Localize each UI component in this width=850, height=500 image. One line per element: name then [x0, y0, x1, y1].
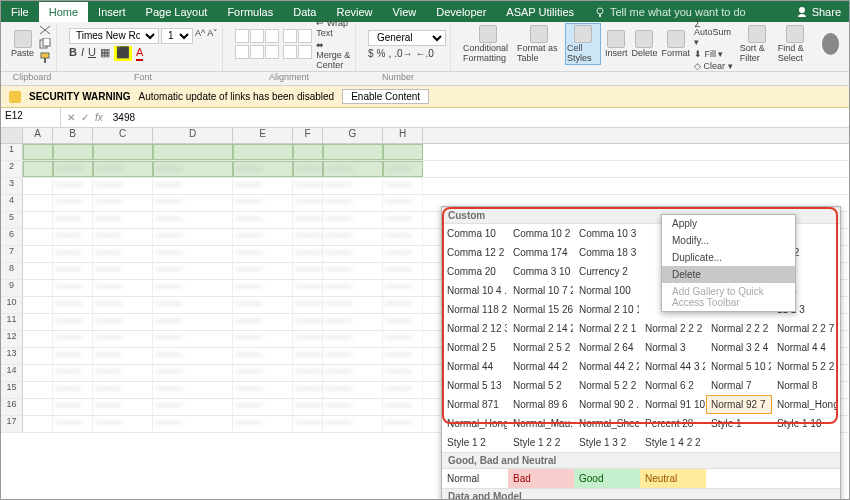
- style-item[interactable]: Normal 89 6: [508, 395, 574, 414]
- cell[interactable]: ———: [53, 263, 93, 279]
- cell[interactable]: ———: [53, 382, 93, 398]
- cell[interactable]: ———: [153, 399, 233, 415]
- select-all-triangle[interactable]: [1, 128, 23, 143]
- find-select-button[interactable]: Find & Select: [778, 25, 812, 64]
- autosum-button[interactable]: ∑ AutoSum ▾: [694, 17, 736, 47]
- cell[interactable]: [23, 229, 53, 245]
- cell[interactable]: [153, 144, 233, 160]
- format-painter-icon[interactable]: [38, 52, 52, 64]
- cell[interactable]: ———: [293, 314, 323, 330]
- col-header[interactable]: A: [23, 128, 53, 143]
- cell[interactable]: ———: [233, 297, 293, 313]
- style-item[interactable]: Normal 15 26 6: [508, 300, 574, 319]
- cell[interactable]: ———: [53, 229, 93, 245]
- row-header[interactable]: 4: [1, 195, 23, 211]
- cell[interactable]: ———: [383, 212, 423, 228]
- cell[interactable]: ———: [153, 229, 233, 245]
- currency-button[interactable]: $: [368, 48, 374, 59]
- sort-filter-button[interactable]: Sort & Filter: [740, 25, 774, 64]
- cell[interactable]: ———: [323, 280, 383, 296]
- cell[interactable]: ———: [153, 365, 233, 381]
- cell[interactable]: ———: [233, 161, 293, 177]
- style-item[interactable]: Comma 10: [442, 224, 508, 243]
- cut-icon[interactable]: [38, 24, 52, 36]
- style-item[interactable]: Normal 7: [706, 376, 772, 395]
- cell[interactable]: [23, 382, 53, 398]
- tab-view[interactable]: View: [383, 2, 427, 22]
- cell[interactable]: ———: [293, 365, 323, 381]
- cell[interactable]: ———: [383, 263, 423, 279]
- style-item[interactable]: Style 1: [706, 414, 772, 433]
- cell[interactable]: ———: [293, 280, 323, 296]
- cell[interactable]: ———: [93, 348, 153, 364]
- style-item[interactable]: Normal 2 12 3: [442, 319, 508, 338]
- cell[interactable]: ———: [233, 348, 293, 364]
- style-item[interactable]: Normal 2 2 2: [640, 319, 706, 338]
- cell[interactable]: ———: [233, 263, 293, 279]
- cell[interactable]: ———: [323, 331, 383, 347]
- ctx-delete[interactable]: Delete: [662, 266, 795, 283]
- cell[interactable]: ———: [323, 263, 383, 279]
- style-item[interactable]: Normal 44 2: [508, 357, 574, 376]
- cell[interactable]: ———: [293, 416, 323, 432]
- row-header[interactable]: 13: [1, 348, 23, 364]
- row-header[interactable]: 17: [1, 416, 23, 432]
- conditional-formatting-button[interactable]: Conditional Formatting: [463, 25, 513, 64]
- cell[interactable]: ———: [383, 297, 423, 313]
- cell[interactable]: ———: [153, 382, 233, 398]
- style-item[interactable]: Normal 2 14 2: [508, 319, 574, 338]
- ctx-duplicate[interactable]: Duplicate...: [662, 249, 795, 266]
- underline-button[interactable]: U: [88, 46, 96, 61]
- col-header[interactable]: C: [93, 128, 153, 143]
- cell[interactable]: [23, 314, 53, 330]
- indent-buttons[interactable]: [283, 29, 312, 43]
- cell[interactable]: ———: [233, 280, 293, 296]
- cancel-formula-icon[interactable]: ✕: [67, 112, 75, 123]
- style-item[interactable]: Normal_Mau...: [508, 414, 574, 433]
- row-header[interactable]: 11: [1, 314, 23, 330]
- style-item[interactable]: Percent 28: [640, 414, 706, 433]
- style-item[interactable]: Normal 44: [442, 357, 508, 376]
- style-item[interactable]: Style 1 3 2: [574, 433, 640, 452]
- col-header[interactable]: B: [53, 128, 93, 143]
- col-header[interactable]: D: [153, 128, 233, 143]
- cell[interactable]: ———: [53, 195, 93, 211]
- cell[interactable]: ———: [293, 212, 323, 228]
- cell[interactable]: ———: [53, 297, 93, 313]
- cell[interactable]: [23, 399, 53, 415]
- tab-asap[interactable]: ASAP Utilities: [496, 2, 584, 22]
- style-item[interactable]: Normal 100: [574, 281, 640, 300]
- cell[interactable]: ———: [233, 416, 293, 432]
- cell[interactable]: ———: [153, 331, 233, 347]
- cell[interactable]: ———: [93, 195, 153, 211]
- cell[interactable]: ———: [383, 195, 423, 211]
- cell[interactable]: ———: [93, 161, 153, 177]
- fx-icon[interactable]: fx: [95, 112, 103, 123]
- cell[interactable]: ———: [153, 348, 233, 364]
- col-header[interactable]: H: [383, 128, 423, 143]
- cell[interactable]: ———: [153, 212, 233, 228]
- style-item[interactable]: Normal 10 7 2: [508, 281, 574, 300]
- cell[interactable]: ———: [153, 280, 233, 296]
- cell[interactable]: ———: [93, 399, 153, 415]
- style-item[interactable]: Style 1 2 2: [508, 433, 574, 452]
- row-header[interactable]: 3: [1, 178, 23, 194]
- font-size-select[interactable]: 12: [161, 28, 193, 44]
- cell[interactable]: ———: [233, 178, 293, 194]
- cell[interactable]: ———: [383, 416, 423, 432]
- style-item[interactable]: Normal 92 7: [706, 395, 772, 414]
- cell[interactable]: ———: [53, 365, 93, 381]
- enter-formula-icon[interactable]: ✓: [81, 112, 89, 123]
- style-item[interactable]: Normal_Sheet1: [574, 414, 640, 433]
- row-header[interactable]: 1: [1, 144, 23, 160]
- cell[interactable]: [383, 144, 423, 160]
- col-header[interactable]: E: [233, 128, 293, 143]
- style-item[interactable]: Style 1 10: [772, 414, 838, 433]
- style-item[interactable]: Normal 4 4: [772, 338, 838, 357]
- row-header[interactable]: 9: [1, 280, 23, 296]
- font-color-button[interactable]: A: [136, 46, 143, 61]
- cell[interactable]: ———: [323, 212, 383, 228]
- cell[interactable]: [323, 144, 383, 160]
- style-item[interactable]: Comma 12 2: [442, 243, 508, 262]
- style-item[interactable]: Normal 5 2 2 ...: [574, 376, 640, 395]
